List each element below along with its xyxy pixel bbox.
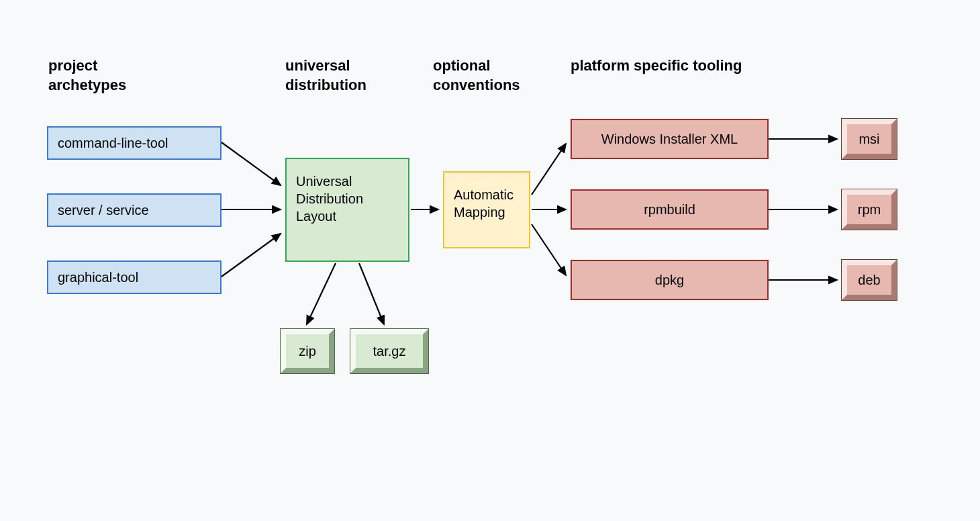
- box-rpmbuild: rpmbuild: [571, 189, 769, 230]
- label-msi: msi: [859, 132, 879, 147]
- label-server: server / service: [58, 203, 149, 218]
- heading-archetypes: project archetypes: [48, 56, 126, 95]
- label-targz: tar.gz: [373, 344, 406, 359]
- box-zip: zip: [281, 329, 334, 373]
- heading-tooling: platform specific tooling: [571, 56, 742, 76]
- label-wix: Windows Installer XML: [601, 132, 738, 147]
- label-zip: zip: [299, 344, 316, 359]
- svg-line-2: [222, 234, 281, 277]
- box-wix: Windows Installer XML: [571, 119, 769, 159]
- label-rpm: rpm: [858, 202, 881, 218]
- box-dpkg: dpkg: [571, 260, 769, 300]
- box-msi: msi: [842, 119, 897, 159]
- box-universal-distribution-layout: Universal Distribution Layout: [285, 158, 409, 262]
- svg-line-8: [532, 224, 566, 275]
- label-dpkg: dpkg: [655, 273, 684, 288]
- box-server-service: server / service: [47, 193, 222, 227]
- label-rpmbuild: rpmbuild: [644, 202, 695, 218]
- box-command-line-tool: command-line-tool: [47, 126, 222, 160]
- svg-line-4: [359, 263, 384, 324]
- box-targz: tar.gz: [350, 329, 428, 373]
- label-gui: graphical-tool: [58, 270, 138, 285]
- heading-conventions: optional conventions: [433, 56, 520, 95]
- label-cli: command-line-tool: [58, 136, 168, 151]
- box-deb: deb: [842, 260, 897, 300]
- box-automatic-mapping: Automatic Mapping: [443, 171, 530, 248]
- svg-line-6: [532, 144, 566, 195]
- label-deb: deb: [858, 273, 880, 288]
- svg-line-0: [222, 142, 281, 185]
- heading-distribution: universal distribution: [285, 56, 366, 95]
- box-graphical-tool: graphical-tool: [47, 260, 222, 294]
- svg-line-3: [307, 263, 336, 324]
- diagram-canvas: project archetypes universal distributio…: [0, 0, 980, 521]
- label-automatic-mapping: Automatic Mapping: [454, 186, 520, 221]
- label-universal-distribution-layout: Universal Distribution Layout: [296, 173, 399, 225]
- box-rpm: rpm: [842, 189, 897, 230]
